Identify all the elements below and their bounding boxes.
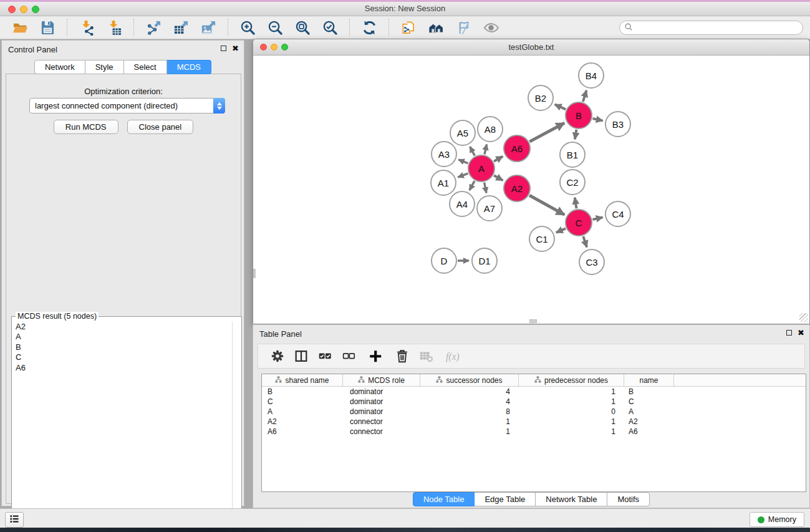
select-all-icon[interactable]	[316, 347, 334, 365]
gear-icon[interactable]	[268, 347, 287, 365]
import-table-icon[interactable]	[105, 19, 123, 36]
cell-predecessor-nodes[interactable]: 1	[519, 387, 624, 396]
graph-node-A3[interactable]: A3	[431, 141, 457, 167]
cell-predecessor-nodes[interactable]: 1	[519, 427, 624, 436]
graph-node-A1[interactable]: A1	[430, 170, 456, 196]
graph-node-C1[interactable]: C1	[529, 226, 555, 252]
deselect-all-icon[interactable]	[339, 347, 358, 365]
graph-node-A6[interactable]: A6	[503, 135, 531, 162]
mcds-result-item[interactable]: B	[12, 342, 232, 352]
network-window-titlebar[interactable]: testGlobe.txt	[253, 39, 809, 56]
graph-node-B3[interactable]: B3	[605, 111, 631, 137]
flag-icon[interactable]	[455, 19, 472, 36]
export-table-icon[interactable]	[172, 19, 190, 36]
cell-name[interactable]: A6	[624, 427, 674, 436]
graph-node-A[interactable]: A	[468, 155, 495, 182]
refresh-icon[interactable]	[360, 19, 378, 36]
graph-node-D1[interactable]: D1	[471, 248, 498, 274]
close-table-panel-icon[interactable]: ✖	[798, 329, 804, 336]
cell-successor-nodes[interactable]: 1	[420, 417, 519, 426]
network-canvas[interactable]: B4B2BB3A8A5A6A3B1AC2A1A2A4A7C4CC1DD1C3	[253, 56, 809, 323]
run-mcds-button[interactable]: Run MCDS	[54, 120, 118, 134]
tab-motifs[interactable]: Motifs	[607, 492, 650, 506]
trash-icon[interactable]	[393, 347, 412, 365]
graph-node-C2[interactable]: C2	[559, 169, 586, 195]
export-image-icon[interactable]	[200, 19, 217, 36]
list-scrollbar[interactable]	[232, 322, 233, 532]
cell-successor-nodes[interactable]: 4	[420, 397, 519, 406]
zoom-selected-icon[interactable]	[321, 19, 339, 36]
window-resize-grip[interactable]	[799, 313, 808, 322]
table-row[interactable]: A6connector11A6	[262, 427, 806, 437]
task-history-button[interactable]	[5, 512, 24, 528]
cell-name[interactable]: A	[624, 407, 674, 416]
table-row[interactable]: Adominator80A	[262, 407, 806, 417]
mcds-result-item[interactable]: C	[12, 352, 232, 362]
open-folder-icon[interactable]	[11, 19, 29, 36]
close-panel-icon[interactable]: ✖	[232, 45, 239, 52]
zoom-out-icon[interactable]	[266, 19, 284, 36]
splitter-grip[interactable]	[529, 319, 537, 323]
graph-node-A5[interactable]: A5	[450, 120, 476, 146]
cell-shared-name[interactable]: C	[262, 397, 343, 406]
close-panel-button[interactable]: Close panel	[127, 120, 194, 134]
tab-edge-table[interactable]: Edge Table	[475, 492, 536, 506]
graph-node-C3[interactable]: C3	[579, 249, 605, 275]
graph-node-C4[interactable]: C4	[605, 201, 631, 227]
add-icon[interactable]	[363, 347, 388, 365]
cell-shared-name[interactable]: B	[262, 387, 343, 396]
graph-node-A8[interactable]: A8	[477, 116, 503, 142]
graph-node-C[interactable]: C	[565, 209, 592, 236]
cell-name[interactable]: C	[624, 397, 674, 406]
duplicate-network-icon[interactable]	[400, 19, 417, 36]
tab-select[interactable]: Select	[124, 60, 167, 74]
table-row[interactable]: Bdominator41B	[262, 387, 806, 397]
graph-node-B4[interactable]: B4	[578, 62, 604, 89]
mcds-result-item[interactable]: A	[12, 332, 232, 342]
cell-successor-nodes[interactable]: 1	[420, 427, 519, 436]
graph-node-B2[interactable]: B2	[528, 85, 554, 111]
search-input[interactable]	[635, 22, 803, 34]
cell-MCDS-role[interactable]: connector	[343, 427, 420, 436]
tab-node-table[interactable]: Node Table	[413, 492, 475, 506]
column-header-successor-nodes[interactable]: successor nodes	[420, 374, 519, 386]
cell-predecessor-nodes[interactable]: 1	[519, 397, 624, 406]
cell-name[interactable]: A2	[624, 417, 674, 426]
cell-shared-name[interactable]: A2	[262, 417, 343, 426]
cell-shared-name[interactable]: A6	[262, 427, 343, 436]
cell-name[interactable]: B	[624, 387, 674, 396]
cell-predecessor-nodes[interactable]: 1	[519, 417, 624, 426]
column-header-shared-name[interactable]: shared name	[262, 374, 343, 386]
mcds-result-item[interactable]: A6	[12, 363, 232, 373]
optimization-criterion-select[interactable]: largest connected component (directed)	[29, 98, 225, 114]
cell-shared-name[interactable]: A	[262, 407, 343, 416]
tab-style[interactable]: Style	[85, 60, 124, 74]
zoom-in-icon[interactable]	[239, 19, 256, 36]
cell-MCDS-role[interactable]: dominator	[343, 407, 420, 416]
graph-node-A7[interactable]: A7	[476, 195, 503, 221]
cell-predecessor-nodes[interactable]: 0	[519, 407, 624, 416]
tab-network[interactable]: Network	[34, 60, 85, 74]
tab-mcds[interactable]: MCDS	[167, 60, 211, 74]
column-header-MCDS-role[interactable]: MCDS role	[343, 374, 420, 386]
graph-node-D[interactable]: D	[431, 248, 457, 274]
column-header-predecessor-nodes[interactable]: predecessor nodes	[519, 374, 624, 386]
graph-node-A4[interactable]: A4	[449, 191, 475, 217]
graph-node-A2[interactable]: A2	[503, 175, 531, 202]
graph-node-B[interactable]: B	[565, 102, 592, 129]
float-panel-icon[interactable]	[221, 46, 226, 51]
table-row[interactable]: Cdominator41C	[262, 397, 806, 407]
cell-MCDS-role[interactable]: dominator	[343, 397, 420, 406]
mcds-result-item[interactable]: A2	[12, 322, 232, 332]
eye-icon[interactable]	[482, 19, 499, 36]
cell-successor-nodes[interactable]: 8	[420, 407, 519, 416]
cell-MCDS-role[interactable]: connector	[343, 417, 420, 426]
cell-MCDS-role[interactable]: dominator	[343, 387, 420, 396]
split-column-icon[interactable]	[292, 347, 311, 365]
save-icon[interactable]	[39, 19, 56, 36]
table-row[interactable]: A2connector11A2	[262, 417, 806, 427]
memory-button[interactable]: Memory	[750, 512, 804, 527]
zoom-fit-icon[interactable]	[294, 19, 311, 36]
column-header-name[interactable]: name	[624, 374, 674, 386]
tab-network-table[interactable]: Network Table	[536, 492, 607, 506]
